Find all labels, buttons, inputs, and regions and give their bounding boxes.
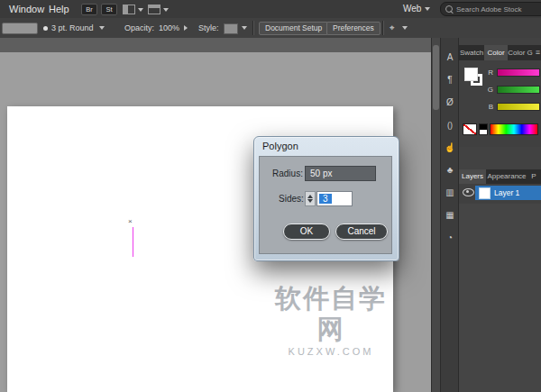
tool-cursor-icon[interactable]: ⌖ <box>390 18 395 38</box>
channel-b-slider[interactable] <box>497 103 540 111</box>
tab-color[interactable]: Color <box>484 45 508 60</box>
color-panel: R G B <box>459 60 541 147</box>
watermark-line1: 软件自学网 <box>267 283 395 344</box>
stock-search-input[interactable] <box>456 5 534 14</box>
chevron-down-icon <box>425 7 430 11</box>
workspace-switcher-icon[interactable] <box>148 5 169 14</box>
pen-path-segment[interactable] <box>133 227 133 257</box>
none-swatch[interactable] <box>463 123 477 135</box>
separator <box>382 21 384 35</box>
brush-definition-value[interactable]: 3 pt. Round <box>51 18 94 38</box>
stroke-profile-swatch[interactable] <box>2 23 38 34</box>
menu-window[interactable]: Window <box>5 0 48 18</box>
layers-tab-bar: Layers Appearance P <box>459 169 541 184</box>
dock-empty-area <box>459 204 541 392</box>
pasteboard-top-band <box>0 38 431 52</box>
sides-field[interactable]: 3 <box>316 191 353 206</box>
stock-icon[interactable]: St <box>101 4 117 15</box>
preferences-button[interactable]: Preferences <box>326 22 381 35</box>
style-label: Style: <box>198 18 219 38</box>
channel-g-slider[interactable] <box>497 86 540 94</box>
fill-color-proxy[interactable] <box>464 68 478 81</box>
layer-row[interactable]: Layer 1 <box>475 186 541 200</box>
color-spectrum-bar[interactable] <box>490 123 538 135</box>
opacity-value[interactable]: 100% <box>159 18 179 38</box>
tab-pathfinder[interactable]: P <box>527 169 540 184</box>
layer-thumbnail <box>479 187 491 199</box>
radius-field[interactable]: 50 px <box>305 166 376 181</box>
chevron-down-icon[interactable] <box>99 26 105 30</box>
sides-value: 3 <box>319 194 332 204</box>
layer-visibility-eye-icon[interactable] <box>463 188 474 196</box>
character-panel-icon[interactable]: A <box>441 52 459 63</box>
spinner-down-icon[interactable] <box>307 199 313 203</box>
brush-dot-icon <box>43 26 48 31</box>
illustrator-window: Window Help Br St Web 3 pt. Round Opacit… <box>0 0 541 392</box>
anchor-marker: × <box>128 218 133 225</box>
search-icon <box>445 5 453 13</box>
watermark-line2: KUZXW.COM <box>267 346 395 357</box>
scrollbar-thumb[interactable] <box>433 45 439 110</box>
opentype-panel-icon[interactable]: Ø <box>441 97 459 108</box>
chevron-down-icon <box>163 8 169 12</box>
spinner-up-icon[interactable] <box>307 195 313 198</box>
dialog-title[interactable]: Polygon <box>262 137 298 156</box>
glyphs-panel-icon[interactable]: ☝ <box>441 142 459 153</box>
workspace-dropdown[interactable]: Web <box>403 0 430 18</box>
arrange-documents-glyph <box>123 5 135 14</box>
arrange-documents-icon[interactable] <box>123 5 143 14</box>
channel-b-label: B <box>484 103 493 111</box>
tabs-panel-icon[interactable]: () <box>441 120 459 131</box>
document-setup-button[interactable]: Document Setup <box>259 22 328 35</box>
layer-name: Layer 1 <box>494 186 519 200</box>
tab-swatches[interactable]: Swatch <box>459 45 484 60</box>
panel-dock: Swatch Color Color G ≡ R G B Layers Appe… <box>458 38 541 392</box>
channel-g-label: G <box>484 86 493 94</box>
chevron-down-icon[interactable] <box>242 26 247 30</box>
stock-search-box[interactable] <box>440 2 541 16</box>
menu-help[interactable]: Help <box>45 0 73 18</box>
polygon-dialog: Polygon Radius: 50 px Sides: 3 OK Cancel <box>253 136 399 261</box>
chevron-down-icon[interactable] <box>402 26 408 30</box>
workspace-switcher-glyph <box>148 5 160 14</box>
watermark: 软件自学网 KUZXW.COM <box>267 283 395 357</box>
color-tab-bar: Swatch Color Color G ≡ <box>459 45 541 60</box>
black-white-swatch[interactable] <box>479 123 488 135</box>
tab-color-guide[interactable]: Color G <box>508 45 533 60</box>
channel-r-slider[interactable] <box>497 68 540 77</box>
graph-panel-icon[interactable]: ▥ <box>441 187 459 198</box>
opacity-label: Opacity: <box>124 18 154 38</box>
panel-icon-strip: A ¶ Ø () ☝ ♣ ▥ ▦ ◔ <box>440 38 459 392</box>
channel-r-label: R <box>484 68 493 77</box>
chevron-right-icon[interactable] <box>184 25 188 31</box>
cancel-button[interactable]: Cancel <box>335 223 388 240</box>
tab-layers[interactable]: Layers <box>459 169 486 184</box>
sides-label: Sides: <box>279 194 304 204</box>
layers-panel: Layer 1 <box>459 184 541 204</box>
radius-label: Radius: <box>272 169 303 178</box>
transform-panel-icon[interactable]: ▦ <box>441 210 459 221</box>
paragraph-panel-icon[interactable]: ¶ <box>441 75 459 86</box>
separator <box>252 21 254 35</box>
transparency-panel-icon[interactable]: ◔ <box>441 232 459 243</box>
control-bar: 3 pt. Round Opacity: 100% Style: Documen… <box>0 18 541 39</box>
dialog-body: Radius: 50 px Sides: 3 OK Cancel <box>259 156 392 254</box>
sides-spinner[interactable] <box>305 191 316 206</box>
tab-appearance[interactable]: Appearance <box>486 169 527 184</box>
panel-menu-icon[interactable]: ≡ <box>536 47 540 58</box>
workspace-value: Web <box>403 0 421 18</box>
chevron-down-icon <box>138 8 143 12</box>
style-swatch[interactable] <box>224 23 238 34</box>
bridge-icon[interactable]: Br <box>81 4 97 15</box>
menu-bar: Window Help Br St Web <box>0 0 541 19</box>
ok-button[interactable]: OK <box>283 223 330 240</box>
symbols-panel-icon[interactable]: ♣ <box>441 165 459 176</box>
